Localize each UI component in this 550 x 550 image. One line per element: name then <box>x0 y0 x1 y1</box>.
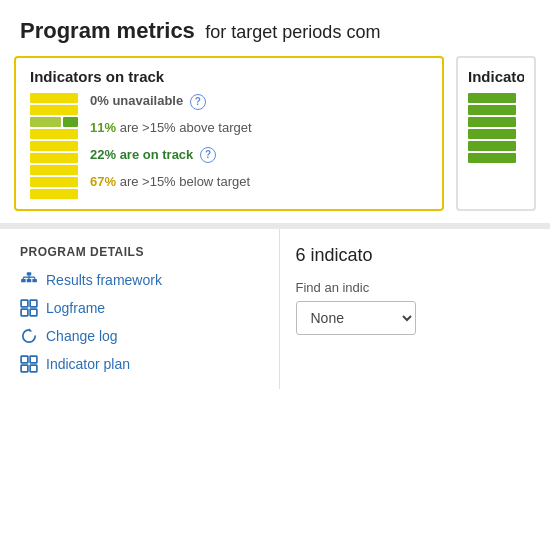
bar2-seg-1 <box>468 93 516 103</box>
indicators-count: 6 indicato <box>296 245 535 266</box>
bar2-seg-6 <box>468 153 516 163</box>
svg-rect-2 <box>27 279 32 282</box>
on-track-bar-chart <box>30 93 78 199</box>
svg-rect-8 <box>21 300 28 307</box>
find-indicator-label: Find an indic <box>296 280 535 295</box>
svg-rect-13 <box>30 356 37 363</box>
logframe-icon <box>20 299 38 317</box>
bar-row-mixed <box>30 117 78 127</box>
second-card-content <box>468 93 524 163</box>
header-section: Program metrics for target periods com <box>0 0 550 56</box>
second-metric-card: Indicato <box>456 56 536 211</box>
right-panel: 6 indicato Find an indic None <box>280 229 551 389</box>
on-track-card-content: 0% unavailable ? 11% are >15% above targ… <box>30 93 428 199</box>
second-bar-chart <box>468 93 516 163</box>
refresh-icon <box>20 327 38 345</box>
bar-seg-green-dark <box>63 117 78 127</box>
bar-seg-1 <box>30 93 78 103</box>
svg-rect-15 <box>30 365 37 372</box>
pct-below: 67% <box>90 174 116 189</box>
legend-below-text: are >15% below target <box>120 174 250 189</box>
on-track-card-title: Indicators on track <box>30 68 428 85</box>
metrics-row: Indicators on track <box>0 56 550 223</box>
bar2-seg-4 <box>468 129 516 139</box>
svg-rect-14 <box>21 365 28 372</box>
indicator-plan-link[interactable]: Indicator plan <box>20 355 259 373</box>
results-framework-label: Results framework <box>46 272 162 288</box>
second-card-title: Indicato <box>468 68 524 85</box>
logframe-link[interactable]: Logframe <box>20 299 259 317</box>
page-subtitle: for target periods com <box>205 22 380 42</box>
change-log-label: Change log <box>46 328 118 344</box>
bar-seg-green-light <box>30 117 61 127</box>
legend-unavailable: 0% unavailable ? <box>90 93 428 110</box>
program-details-title: PROGRAM DETAILS <box>20 245 259 259</box>
logframe-label: Logframe <box>46 300 105 316</box>
indicator-plan-icon <box>20 355 38 373</box>
svg-rect-9 <box>30 300 37 307</box>
pct-on-track: 22% are on track <box>90 147 193 162</box>
bar-seg-2 <box>30 105 78 115</box>
pct-unavailable: 0% unavailable <box>90 93 183 108</box>
svg-rect-11 <box>30 309 37 316</box>
svg-rect-10 <box>21 309 28 316</box>
legend-above-text: are >15% above target <box>120 120 252 135</box>
page-container: Program metrics for target periods com I… <box>0 0 550 550</box>
bar-seg-8 <box>30 189 78 199</box>
page-title: Program metrics <box>20 18 195 43</box>
help-icon-unavailable[interactable]: ? <box>190 94 206 110</box>
bar2-seg-5 <box>468 141 516 151</box>
program-details-panel: PROGRAM DETAILS <box>0 229 280 389</box>
metric-legend: 0% unavailable ? 11% are >15% above targ… <box>90 93 428 191</box>
results-framework-link[interactable]: Results framework <box>20 271 259 289</box>
indicator-plan-label: Indicator plan <box>46 356 130 372</box>
bar-seg-7 <box>30 177 78 187</box>
bar-seg-4 <box>30 141 78 151</box>
nav-links: Results framework Logframe <box>20 271 259 373</box>
find-indicator-select[interactable]: None <box>296 301 416 335</box>
svg-rect-12 <box>21 356 28 363</box>
legend-above: 11% are >15% above target <box>90 120 428 137</box>
bar2-seg-2 <box>468 105 516 115</box>
on-track-card: Indicators on track <box>14 56 444 211</box>
bar-seg-3 <box>30 129 78 139</box>
bar-seg-6 <box>30 165 78 175</box>
bar-seg-5 <box>30 153 78 163</box>
pct-above: 11% <box>90 120 116 135</box>
svg-rect-1 <box>21 279 26 282</box>
svg-rect-0 <box>27 272 32 275</box>
bar2-seg-3 <box>468 117 516 127</box>
bottom-section: PROGRAM DETAILS <box>0 229 550 389</box>
legend-below: 67% are >15% below target <box>90 174 428 191</box>
tree-icon <box>20 271 38 289</box>
legend-on-track: 22% are on track ? <box>90 147 428 164</box>
change-log-link[interactable]: Change log <box>20 327 259 345</box>
help-icon-on-track[interactable]: ? <box>200 147 216 163</box>
svg-rect-3 <box>32 279 37 282</box>
